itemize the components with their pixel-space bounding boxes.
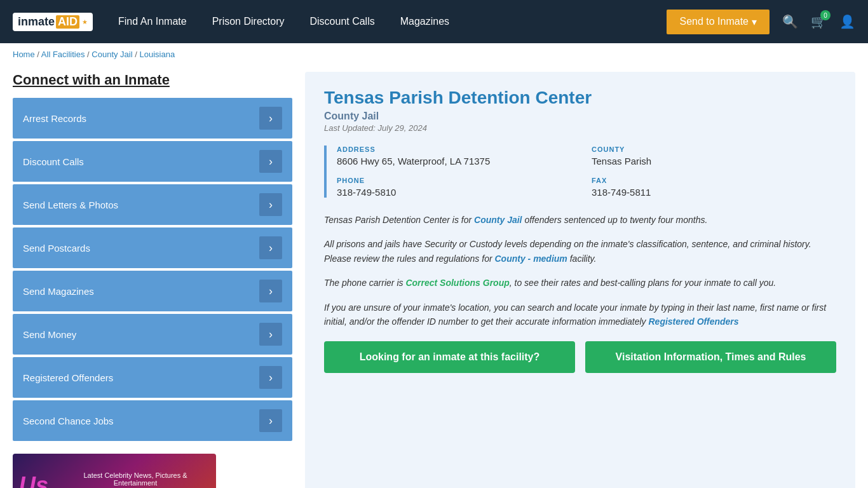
desc-paragraph-4: If you are unsure of your inmate's locat…: [324, 301, 836, 329]
desc-paragraph-3: The phone carrier is Correct Solutions G…: [324, 276, 836, 290]
send-to-inmate-button[interactable]: Send to Inmate ▾: [667, 10, 770, 34]
arrow-icon: ›: [259, 280, 282, 302]
arrow-icon: ›: [259, 366, 282, 389]
bottom-buttons: Looking for an inmate at this facility? …: [324, 341, 836, 373]
phone-label: PHONE: [337, 177, 581, 184]
address-value: 8606 Hwy 65, Waterproof, LA 71375: [337, 156, 581, 166]
breadcrumb: Home / All Facilities / County Jail / Lo…: [0, 43, 868, 65]
cart-wrapper[interactable]: 🛒 0: [811, 14, 827, 29]
visitation-info-button[interactable]: Visitation Information, Times and Rules: [585, 341, 836, 373]
sidebar-item-arrest-records[interactable]: Arrest Records ›: [13, 98, 292, 139]
sidebar-item-second-chance-jobs[interactable]: Second Chance Jobs ›: [13, 400, 292, 441]
desc-paragraph-2: All prisons and jails have Security or C…: [324, 237, 836, 266]
arrow-icon: ›: [259, 409, 282, 432]
county-value: Tensas Parish: [592, 156, 836, 166]
main-layout: Connect with an Inmate Arrest Records › …: [0, 65, 868, 488]
registered-offenders-link[interactable]: Registered Offenders: [648, 316, 738, 327]
nav-magazines[interactable]: Magazines: [400, 16, 449, 27]
arrow-icon: ›: [259, 236, 282, 259]
county-medium-link[interactable]: County - medium: [494, 254, 567, 264]
breadcrumb-home[interactable]: Home: [13, 50, 35, 59]
sidebar-item-label: Discount Calls: [23, 156, 84, 167]
sidebar-item-send-money[interactable]: Send Money ›: [13, 314, 292, 355]
navbar-links: Find An Inmate Prison Directory Discount…: [118, 16, 667, 27]
last-updated: Last Updated: July 29, 2024: [324, 123, 836, 133]
address-label: ADDRESS: [337, 146, 581, 153]
county-jail-link[interactable]: County Jail: [474, 215, 522, 225]
arrow-icon: ›: [259, 193, 282, 216]
navbar: inmate AID ★ Find An Inmate Prison Direc…: [0, 0, 868, 43]
sidebar: Connect with an Inmate Arrest Records › …: [13, 72, 292, 488]
sidebar-item-registered-offenders[interactable]: Registered Offenders ›: [13, 357, 292, 398]
sidebar-item-send-postcards[interactable]: Send Postcards ›: [13, 227, 292, 268]
sidebar-item-label: Send Postcards: [23, 243, 90, 254]
ad-text: Latest Celebrity News, Pictures & Entert…: [55, 465, 216, 488]
breadcrumb-state[interactable]: Louisiana: [139, 50, 175, 59]
user-icon[interactable]: 👤: [839, 14, 855, 29]
nav-prison-directory[interactable]: Prison Directory: [212, 16, 285, 27]
sidebar-item-label: Send Magazines: [23, 286, 94, 297]
county-block: COUNTY Tensas Parish: [592, 146, 836, 166]
sidebar-item-label: Registered Offenders: [23, 372, 113, 383]
sidebar-item-label: Send Letters & Photos: [23, 200, 118, 210]
facility-content: Tensas Parish Detention Center County Ja…: [305, 72, 855, 488]
breadcrumb-county-jail[interactable]: County Jail: [92, 50, 132, 59]
sidebar-item-send-magazines[interactable]: Send Magazines ›: [13, 271, 292, 311]
nav-find-inmate[interactable]: Find An Inmate: [118, 16, 187, 27]
phone-value: 318-749-5810: [337, 187, 581, 198]
county-label: COUNTY: [592, 146, 836, 153]
facility-description: Tensas Parish Detention Center is for Co…: [324, 213, 836, 329]
cart-badge: 0: [820, 10, 831, 20]
sidebar-item-label: Send Money: [23, 329, 76, 340]
sidebar-menu: Arrest Records › Discount Calls › Send L…: [13, 98, 292, 441]
facility-type: County Jail: [324, 111, 836, 122]
fax-label: FAX: [592, 177, 836, 184]
navbar-right: Send to Inmate ▾ 🔍 🛒 0 👤: [667, 10, 855, 34]
sidebar-item-label: Arrest Records: [23, 113, 86, 124]
sidebar-item-send-letters[interactable]: Send Letters & Photos ›: [13, 184, 292, 225]
looking-for-inmate-button[interactable]: Looking for an inmate at this facility?: [324, 341, 575, 373]
logo-area[interactable]: inmate AID ★: [13, 13, 93, 31]
chevron-down-icon: ▾: [752, 16, 757, 28]
sidebar-item-discount-calls[interactable]: Discount Calls ›: [13, 141, 292, 182]
arrow-icon: ›: [259, 107, 282, 130]
arrow-icon: ›: [259, 150, 282, 173]
correct-solutions-link[interactable]: Correct Solutions Group: [405, 278, 509, 288]
logo-star: ★: [82, 18, 88, 25]
sidebar-item-label: Second Chance Jobs: [23, 416, 114, 426]
logo-box: inmate AID ★: [13, 13, 93, 31]
logo-text: inmate: [18, 15, 55, 29]
logo-aid: AID: [56, 15, 79, 29]
arrow-icon: ›: [259, 323, 282, 346]
ad-logo: Us: [13, 466, 55, 488]
facility-name: Tensas Parish Detention Center: [324, 88, 836, 108]
nav-discount-calls[interactable]: Discount Calls: [309, 16, 374, 27]
fax-block: FAX 318-749-5811: [592, 177, 836, 198]
fax-value: 318-749-5811: [592, 187, 836, 198]
search-icon[interactable]: 🔍: [782, 14, 798, 29]
sidebar-title: Connect with an Inmate: [13, 72, 292, 88]
sidebar-ad[interactable]: Us Latest Celebrity News, Pictures & Ent…: [13, 454, 216, 488]
breadcrumb-all-facilities[interactable]: All Facilities: [41, 50, 85, 59]
desc-paragraph-1: Tensas Parish Detention Center is for Co…: [324, 213, 836, 227]
address-block: ADDRESS 8606 Hwy 65, Waterproof, LA 7137…: [337, 146, 581, 166]
info-grid: ADDRESS 8606 Hwy 65, Waterproof, LA 7137…: [324, 146, 836, 198]
phone-block: PHONE 318-749-5810: [337, 177, 581, 198]
